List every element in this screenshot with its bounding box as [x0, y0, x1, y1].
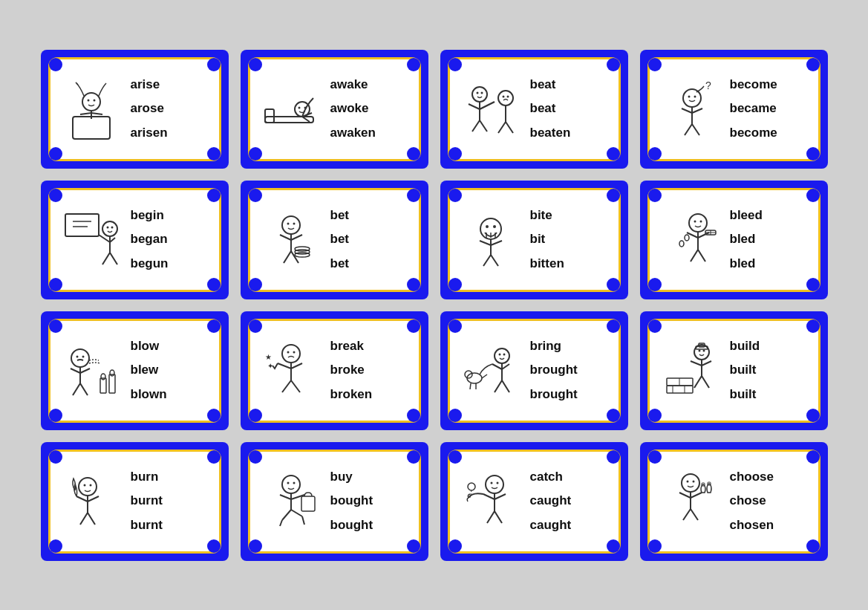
card-inner-choose: choosechosechosen — [647, 450, 820, 554]
svg-point-98 — [293, 351, 295, 353]
card-corner-bl — [249, 409, 262, 422]
svg-line-103 — [291, 380, 300, 392]
card-words-bet: betbetbet — [324, 208, 411, 271]
card-inner-buy: buyboughtbought — [248, 450, 421, 554]
svg-line-34 — [692, 108, 702, 113]
card-beat: beatbeatbeaten — [440, 50, 628, 169]
card-word-beat-1: beat — [530, 101, 611, 116]
card-word-catch-0: catch — [530, 470, 611, 484]
card-begin: beginbeganbegun — [41, 181, 229, 299]
svg-line-147 — [291, 495, 304, 499]
svg-line-170 — [691, 509, 698, 520]
card-corner-bl — [448, 539, 462, 553]
svg-line-33 — [682, 108, 692, 113]
card-words-arise: arisearosearisen — [125, 77, 212, 140]
card-word-become-1: became — [730, 101, 811, 116]
svg-point-143 — [287, 481, 289, 484]
svg-point-5 — [87, 99, 89, 101]
card-illustration-bleed — [657, 207, 724, 273]
card-inner-bite: bitebitbitten — [448, 188, 621, 292]
card-word-blow-1: blew — [131, 363, 212, 377]
card-inner-become: ? becomebecamebecome — [647, 57, 820, 161]
svg-rect-93 — [109, 374, 115, 393]
svg-point-50 — [287, 222, 289, 224]
card-bite: bitebitbitten — [440, 181, 628, 299]
card-word-break-2: broken — [330, 387, 411, 402]
card-word-burn-2: burnt — [131, 518, 212, 533]
card-words-bring: bringbroughtbrought — [524, 339, 611, 402]
svg-point-86 — [82, 355, 84, 357]
svg-line-4 — [91, 113, 102, 114]
svg-line-124 — [702, 361, 711, 366]
card-word-arise-1: arose — [131, 101, 212, 116]
svg-line-19 — [469, 104, 480, 109]
svg-rect-92 — [100, 378, 106, 393]
card-words-become: becomebecamebecome — [724, 77, 811, 140]
svg-line-148 — [282, 510, 291, 520]
card-corner-bl — [249, 147, 262, 160]
svg-line-125 — [694, 376, 702, 388]
svg-point-121 — [702, 349, 705, 351]
card-word-choose-1: chose — [730, 493, 811, 508]
card-word-bite-2: bitten — [530, 256, 611, 271]
card-words-break: breakbrokebroken — [324, 339, 411, 402]
card-word-bleed-0: bleed — [730, 208, 811, 223]
svg-line-117 — [470, 383, 471, 389]
card-illustration-arise — [58, 76, 125, 143]
svg-rect-152 — [301, 496, 315, 511]
svg-point-72 — [694, 220, 696, 222]
svg-point-41 — [102, 221, 117, 236]
card-inner-arise: arisearosearisen — [48, 57, 221, 161]
card-word-break-0: break — [330, 339, 411, 354]
card-corner-br — [407, 278, 420, 291]
card-corner-br — [607, 147, 620, 160]
card-arise: arisearosearisen — [41, 50, 229, 169]
card-word-build-1: built — [730, 363, 811, 377]
card-illustration-bet — [258, 207, 324, 273]
card-corner-bl — [448, 278, 462, 291]
card-words-build: buildbuiltbuilt — [724, 339, 811, 402]
svg-line-157 — [483, 494, 495, 499]
card-word-blow-0: blow — [131, 339, 212, 354]
card-words-choose: choosechosechosen — [724, 470, 811, 533]
card-build: buildbuiltbuilt — [640, 311, 828, 430]
card-corner-br — [407, 409, 420, 422]
card-corner-br — [806, 278, 820, 291]
svg-line-138 — [76, 496, 88, 502]
card-word-begin-1: began — [131, 232, 212, 247]
card-blow: blowblewblown — [41, 311, 229, 430]
svg-line-47 — [102, 253, 110, 265]
svg-line-159 — [487, 511, 495, 523]
card-inner-catch: catchcaughtcaught — [448, 450, 621, 554]
svg-line-20 — [480, 102, 495, 109]
card-word-bleed-1: bled — [730, 232, 811, 247]
svg-line-101 — [291, 363, 302, 369]
card-word-buy-0: buy — [330, 470, 411, 484]
card-bring: bringbroughtbrought — [440, 311, 628, 430]
svg-point-29 — [683, 89, 701, 107]
svg-point-106 — [495, 348, 509, 363]
svg-line-123 — [691, 361, 702, 366]
svg-point-73 — [699, 220, 702, 222]
card-corner-br — [207, 409, 221, 422]
card-corner-bl — [49, 147, 62, 160]
svg-line-70 — [491, 255, 498, 266]
svg-point-134 — [79, 478, 97, 496]
svg-point-25 — [506, 95, 509, 97]
svg-rect-38 — [65, 214, 99, 236]
card-corner-br — [207, 539, 221, 553]
svg-line-54 — [291, 235, 302, 240]
card-word-build-2: built — [730, 387, 811, 402]
card-words-catch: catchcaughtcaught — [524, 470, 611, 533]
card-inner-break: ★ ✦ breakbrokebroken — [248, 319, 421, 423]
card-inner-blow: blowblewblown — [48, 319, 221, 423]
card-words-beat: beatbeatbeaten — [524, 77, 611, 140]
svg-line-158 — [495, 494, 506, 499]
svg-point-96 — [282, 345, 300, 363]
svg-line-68 — [491, 241, 502, 245]
svg-line-102 — [282, 380, 291, 392]
svg-point-42 — [106, 226, 108, 228]
card-corner-br — [806, 409, 820, 422]
svg-line-91 — [80, 383, 88, 395]
svg-point-97 — [287, 351, 289, 353]
